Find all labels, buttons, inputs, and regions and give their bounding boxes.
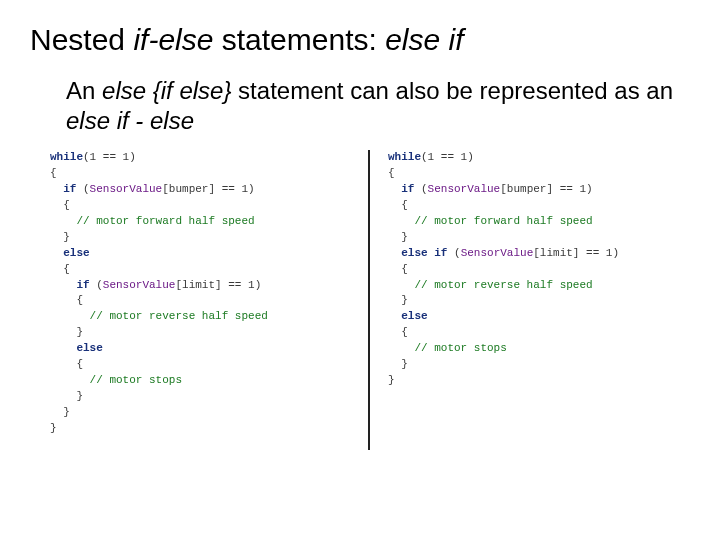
code-text: } — [50, 326, 83, 338]
code-text — [50, 374, 90, 386]
code-text: } — [388, 374, 395, 386]
code-keyword: if — [63, 183, 76, 195]
code-identifier: SensorValue — [103, 279, 176, 291]
code-text: { — [50, 167, 57, 179]
slide: Nested if-else statements: else if An el… — [0, 0, 720, 540]
code-text — [50, 310, 90, 322]
subtitle-italic-2: else if - else — [66, 107, 194, 134]
subtitle-text: An — [66, 77, 102, 104]
slide-subtitle: An else {if else} statement can also be … — [66, 76, 686, 136]
code-text: } — [50, 406, 70, 418]
code-text — [388, 310, 401, 322]
code-keyword: else — [76, 342, 102, 354]
code-text — [50, 247, 63, 259]
code-comment: // motor forward half speed — [76, 215, 254, 227]
code-keyword: else if — [401, 247, 447, 259]
code-keyword: else — [401, 310, 427, 322]
code-comment: // motor stops — [414, 342, 506, 354]
code-text — [50, 342, 76, 354]
code-text: (1 == 1) — [83, 151, 136, 163]
title-text: statements: — [213, 23, 385, 56]
code-text: [limit] == 1) — [175, 279, 261, 291]
code-text: } — [50, 422, 57, 434]
code-text — [388, 183, 401, 195]
code-text: { — [50, 358, 83, 370]
vertical-divider — [368, 150, 370, 450]
code-text: ( — [414, 183, 427, 195]
code-keyword: while — [50, 151, 83, 163]
code-keyword: else — [63, 247, 89, 259]
code-text: [bumper] == 1) — [162, 183, 254, 195]
code-comment: // motor forward half speed — [414, 215, 592, 227]
code-text — [388, 279, 414, 291]
title-italic-2: else if — [385, 23, 463, 56]
code-text — [50, 279, 76, 291]
code-text — [50, 215, 76, 227]
code-keyword: while — [388, 151, 421, 163]
slide-title: Nested if-else statements: else if — [30, 22, 690, 58]
code-text: { — [388, 167, 395, 179]
subtitle-text: statement can also be represented as an — [231, 77, 673, 104]
code-comment: // motor stops — [90, 374, 182, 386]
code-identifier: SensorValue — [461, 247, 534, 259]
code-text — [388, 342, 414, 354]
code-text: } — [50, 231, 70, 243]
code-text: } — [388, 231, 408, 243]
code-text: { — [388, 326, 408, 338]
code-text: [bumper] == 1) — [500, 183, 592, 195]
title-text: Nested — [30, 23, 133, 56]
code-text: ( — [76, 183, 89, 195]
code-text: } — [388, 294, 408, 306]
subtitle-italic-1: else {if else} — [102, 77, 231, 104]
code-identifier: SensorValue — [428, 183, 501, 195]
code-keyword: if — [76, 279, 89, 291]
code-text: (1 == 1) — [421, 151, 474, 163]
code-text: { — [388, 263, 408, 275]
code-text: } — [388, 358, 408, 370]
code-text: ( — [90, 279, 103, 291]
code-text: { — [50, 263, 70, 275]
code-text: [limit] == 1) — [533, 247, 619, 259]
code-comparison: while(1 == 1) { if (SensorValue[bumper] … — [50, 150, 690, 450]
code-text: { — [50, 294, 83, 306]
code-text — [388, 215, 414, 227]
code-identifier: SensorValue — [90, 183, 163, 195]
code-text: } — [50, 390, 83, 402]
code-comment: // motor reverse half speed — [90, 310, 268, 322]
code-text: { — [50, 199, 70, 211]
code-text: { — [388, 199, 408, 211]
code-text: ( — [447, 247, 460, 259]
code-block-right: while(1 == 1) { if (SensorValue[bumper] … — [388, 150, 688, 450]
code-block-left: while(1 == 1) { if (SensorValue[bumper] … — [50, 150, 350, 450]
code-text — [50, 183, 63, 195]
code-keyword: if — [401, 183, 414, 195]
title-italic-1: if-else — [133, 23, 213, 56]
code-text — [388, 247, 401, 259]
code-comment: // motor reverse half speed — [414, 279, 592, 291]
